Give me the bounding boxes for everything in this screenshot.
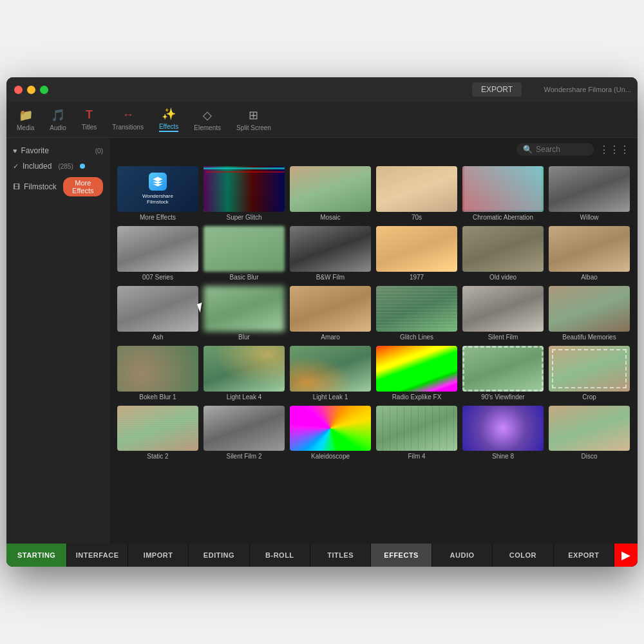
effect-disco[interactable]: Disco	[549, 406, 630, 460]
nav-tab-starting[interactable]: STARTING	[6, 544, 67, 567]
effect-super-glitch[interactable]: Super Glitch	[204, 166, 285, 221]
grid-icon[interactable]: ⋮⋮⋮	[599, 144, 630, 156]
toolbar-titles[interactable]: T Titles	[82, 108, 97, 131]
effect-90s-viewfinder[interactable]: 90's Viewfinder	[462, 346, 544, 401]
sidebar-favorite[interactable]: ♥ Favorite (0)	[6, 143, 109, 158]
fullscreen-button[interactable]	[40, 86, 48, 94]
effect-thumb-light-leak-4	[204, 346, 285, 392]
included-count: (285)	[58, 163, 73, 170]
effect-light-leak-4[interactable]: Light Leak 4	[204, 346, 285, 401]
effect-thumb-willow	[549, 166, 630, 212]
effect-label-light-leak-4: Light Leak 4	[204, 393, 285, 401]
effect-1977[interactable]: 1977	[376, 226, 457, 281]
effect-label-disco: Disco	[549, 453, 630, 460]
export-button[interactable]: EXPORT	[472, 82, 522, 97]
effect-label-007: 007 Series	[117, 274, 198, 281]
sidebar-included[interactable]: ✓ Included (285)	[6, 158, 109, 174]
effect-shine-8[interactable]: Shine 8	[462, 406, 544, 460]
effect-film-4[interactable]: Film 4	[376, 406, 457, 460]
ws-name: WondershareFilmstock	[142, 193, 173, 205]
bottom-nav: STARTING INTERFACE IMPORT EDITING B-ROLL…	[6, 544, 638, 567]
screenshot-wrapper: EXPORT Wondershare Filmora (Un... 📁 Medi…	[0, 0, 644, 644]
effect-silent-film-2[interactable]: Silent Film 2	[204, 406, 285, 460]
toolbar-effects[interactable]: ✨ Effects	[159, 107, 178, 132]
toolbar-split-screen[interactable]: ⊞ Split Screen	[236, 108, 271, 131]
effect-label-glitch-lines: Glitch Lines	[376, 334, 457, 341]
effect-label-beautiful-memories: Beautifu Memories	[549, 334, 630, 341]
nav-tab-audio[interactable]: AUDIO	[432, 544, 493, 567]
split-screen-icon: ⊞	[249, 108, 258, 122]
effect-amaro[interactable]: Amaro	[290, 286, 371, 341]
effect-thumb-old-video	[462, 226, 544, 272]
effect-crop[interactable]: Crop	[549, 346, 630, 401]
sidebar-filmstock[interactable]: 🎞 Filmstock More Effects	[6, 174, 109, 200]
nav-tab-import[interactable]: IMPORT	[128, 544, 189, 567]
youtube-icon: ▶	[621, 548, 630, 562]
effect-beautiful-memories[interactable]: Beautifu Memories	[549, 286, 630, 341]
nav-tab-editing[interactable]: EDITING	[189, 544, 249, 567]
effect-old-video[interactable]: Old video	[462, 226, 544, 281]
effect-bokeh-blur[interactable]: Bokeh Blur 1	[117, 346, 198, 401]
effect-label-old-video: Old video	[462, 274, 544, 281]
effect-thumb-ash	[117, 286, 198, 332]
ws-logo	[149, 173, 167, 191]
effect-basic-blur[interactable]: Basic Blur	[204, 226, 285, 281]
favorite-label: Favorite	[21, 146, 49, 155]
toolbar-elements[interactable]: ◇ Elements	[194, 108, 221, 131]
effect-radio-explike[interactable]: Radio Explike FX	[376, 346, 457, 401]
effect-more-effects[interactable]: WondershareFilmstock More Effects	[117, 166, 198, 221]
effect-thumb-70s	[376, 166, 457, 212]
effect-chromatic[interactable]: Chromatic Aberration	[462, 166, 544, 221]
effect-bw-film[interactable]: B&W Film	[290, 226, 371, 281]
filmstock-icon: 🎞	[13, 183, 20, 191]
nav-tab-color[interactable]: COLOR	[493, 544, 553, 567]
more-effects-button[interactable]: More Effects	[63, 177, 103, 196]
effect-kaleidoscope[interactable]: Kaleidoscope	[290, 406, 371, 460]
nav-tab-titles[interactable]: TITLES	[310, 544, 371, 567]
title-bar: EXPORT Wondershare Filmora (Un...	[6, 77, 638, 102]
effect-70s[interactable]: 70s	[376, 166, 457, 221]
effect-light-leak-1[interactable]: Light Leak 1	[290, 346, 371, 401]
audio-label: Audio	[50, 124, 66, 131]
effect-albao[interactable]: Albao	[549, 226, 630, 281]
toolbar-transitions[interactable]: ↔ Transitions	[112, 108, 144, 131]
effect-mosaic[interactable]: Mosaic	[290, 166, 371, 221]
app-window: EXPORT Wondershare Filmora (Un... 📁 Medi…	[6, 77, 638, 567]
effect-label-amaro: Amaro	[290, 334, 371, 341]
effect-thumb-more-effects: WondershareFilmstock	[117, 166, 198, 212]
heart-icon: ♥	[13, 147, 17, 155]
effect-static-2[interactable]: Static 2	[117, 406, 198, 460]
transitions-label: Transitions	[112, 124, 144, 131]
effects-area: 🔍 ⋮⋮⋮ Wonders	[109, 138, 638, 544]
effect-blur[interactable]: Blur	[204, 286, 285, 341]
effect-ash[interactable]: Ash	[117, 286, 198, 341]
toolbar-media[interactable]: 📁 Media	[17, 108, 34, 131]
effect-thumb-disco	[549, 406, 630, 451]
nav-tab-interface[interactable]: INTERFACE	[67, 544, 128, 567]
effect-label-shine-8: Shine 8	[462, 453, 544, 460]
close-button[interactable]	[14, 86, 23, 94]
effect-007[interactable]: 007 Series	[117, 226, 198, 281]
effect-willow[interactable]: Willow	[549, 166, 630, 221]
effect-thumb-1977	[376, 226, 457, 272]
toolbar-audio[interactable]: 🎵 Audio	[50, 108, 66, 131]
nav-tab-broll[interactable]: B-ROLL	[250, 544, 310, 567]
nav-tab-export[interactable]: EXPORT	[554, 544, 614, 567]
effect-glitch-lines[interactable]: Glitch Lines	[376, 286, 457, 341]
effect-thumb-amaro	[290, 286, 371, 332]
effect-label-silent-film-2: Silent Film 2	[204, 453, 285, 460]
search-input[interactable]	[536, 145, 587, 154]
youtube-badge[interactable]: ▶	[614, 544, 638, 567]
effect-thumb-silent-film	[462, 286, 544, 332]
effect-label-chromatic: Chromatic Aberration	[462, 214, 544, 221]
effect-thumb-bw-film	[290, 226, 371, 272]
effect-thumb-glitch-lines	[376, 286, 457, 332]
effects-label: Effects	[159, 123, 178, 132]
effect-thumb-crop	[549, 346, 630, 392]
search-icon: 🔍	[523, 145, 533, 154]
effect-silent-film[interactable]: Silent Film	[462, 286, 544, 341]
titles-label: Titles	[82, 124, 97, 131]
nav-tab-effects[interactable]: EFFECTS	[371, 544, 431, 567]
minimize-button[interactable]	[27, 86, 35, 94]
effect-thumb-basic-blur	[204, 226, 285, 272]
